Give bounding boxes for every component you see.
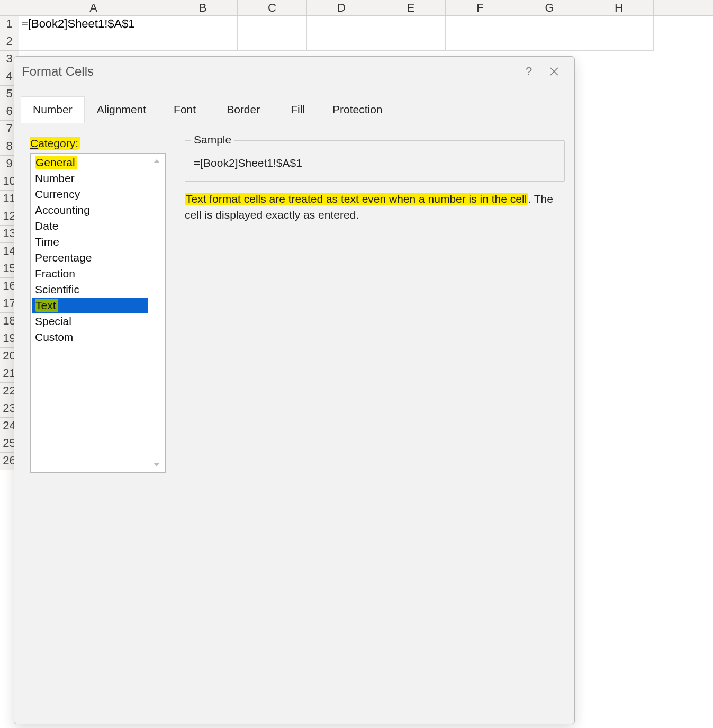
help-button[interactable]: ? xyxy=(516,61,541,82)
tab-fill[interactable]: Fill xyxy=(275,96,320,123)
row-header[interactable]: 2 xyxy=(0,33,19,51)
cell[interactable] xyxy=(376,16,446,33)
category-item-percentage[interactable]: Percentage xyxy=(32,250,148,266)
select-all-corner[interactable] xyxy=(0,0,19,15)
scroll-down-icon[interactable] xyxy=(150,460,163,470)
column-header[interactable]: G xyxy=(515,0,584,15)
row-header[interactable]: 1 xyxy=(0,16,19,33)
cell[interactable] xyxy=(584,33,654,51)
column-header[interactable]: E xyxy=(376,0,446,15)
scroll-up-icon[interactable] xyxy=(150,156,163,166)
category-items: GeneralNumberCurrencyAccountingDateTimeP… xyxy=(32,155,148,471)
category-item-special[interactable]: Special xyxy=(32,313,148,329)
cell[interactable] xyxy=(376,33,446,51)
cell[interactable] xyxy=(19,33,168,51)
dialog-titlebar[interactable]: Format Cells ? xyxy=(14,57,574,86)
tab-number[interactable]: Number xyxy=(21,96,85,123)
dialog-title: Format Cells xyxy=(22,64,516,79)
cell[interactable]: =[Book2]Sheet1!$A$1 xyxy=(19,16,168,33)
category-item-currency[interactable]: Currency xyxy=(32,186,148,202)
cell[interactable] xyxy=(584,16,654,33)
category-label: Category: xyxy=(30,137,166,150)
tab-protection[interactable]: Protection xyxy=(320,96,395,123)
cell[interactable] xyxy=(307,16,376,33)
description-highlight: Text format cells are treated as text ev… xyxy=(185,193,528,205)
tab-font[interactable]: Font xyxy=(158,96,211,123)
column-header[interactable]: H xyxy=(584,0,654,15)
cell[interactable] xyxy=(515,16,584,33)
close-button[interactable] xyxy=(541,61,567,82)
category-item-time[interactable]: Time xyxy=(32,234,148,250)
cell[interactable] xyxy=(307,33,376,51)
cell[interactable] xyxy=(238,33,307,51)
sample-label: Sample xyxy=(191,133,234,146)
column-header[interactable]: F xyxy=(446,0,515,15)
column-header[interactable]: A xyxy=(19,0,168,15)
cell[interactable] xyxy=(446,33,515,51)
sample-value: =[Book2]Sheet1!$A$1 xyxy=(193,155,557,172)
cell[interactable] xyxy=(515,33,584,51)
category-item-text[interactable]: Text xyxy=(32,298,148,313)
column-header[interactable]: D xyxy=(307,0,376,15)
column-header[interactable]: B xyxy=(168,0,238,15)
dialog-tabs: Number Alignment Font Border Fill Protec… xyxy=(21,96,568,123)
category-column: Category: GeneralNumberCurrencyAccountin… xyxy=(30,137,166,473)
category-item-scientific[interactable]: Scientific xyxy=(32,282,148,298)
category-description: Text format cells are treated as text ev… xyxy=(185,191,565,223)
cell[interactable] xyxy=(168,33,238,51)
cell[interactable] xyxy=(168,16,238,33)
sample-group: Sample =[Book2]Sheet1!$A$1 xyxy=(185,140,565,182)
tab-alignment[interactable]: Alignment xyxy=(85,96,158,123)
close-icon xyxy=(549,67,559,76)
cell[interactable] xyxy=(446,16,515,33)
cell[interactable] xyxy=(238,16,307,33)
tab-panel-number: Category: GeneralNumberCurrencyAccountin… xyxy=(14,123,574,482)
category-item-date[interactable]: Date xyxy=(32,218,148,234)
tab-border[interactable]: Border xyxy=(211,96,275,123)
category-item-accounting[interactable]: Accounting xyxy=(32,202,148,218)
listbox-scrollbar[interactable] xyxy=(150,156,163,470)
column-header[interactable]: C xyxy=(238,0,307,15)
category-details: Sample =[Book2]Sheet1!$A$1 Text format c… xyxy=(185,137,565,473)
category-item-custom[interactable]: Custom xyxy=(32,329,148,345)
category-item-number[interactable]: Number xyxy=(32,170,148,186)
column-header-row: A B C D E F G H xyxy=(0,0,713,16)
category-item-fraction[interactable]: Fraction xyxy=(32,266,148,282)
format-cells-dialog: Format Cells ? Number Alignment Font Bor… xyxy=(14,56,575,724)
category-listbox[interactable]: GeneralNumberCurrencyAccountingDateTimeP… xyxy=(30,153,166,473)
category-item-general[interactable]: General xyxy=(32,155,148,170)
